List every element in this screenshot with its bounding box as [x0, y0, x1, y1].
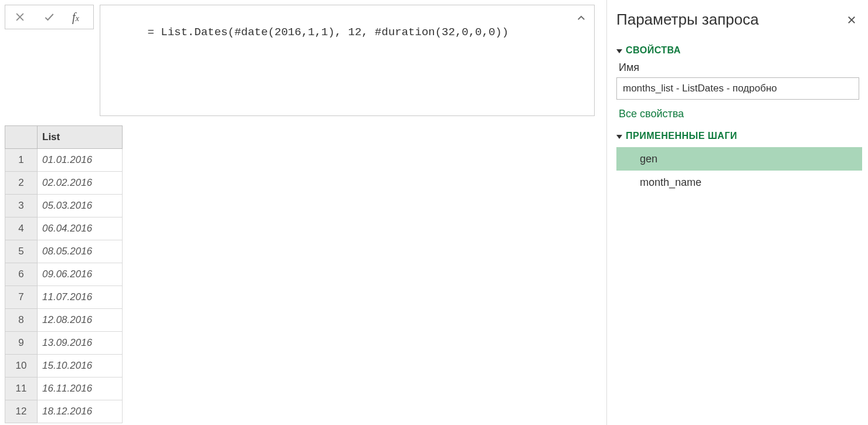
- cell-value[interactable]: 16.11.2016: [38, 378, 123, 400]
- row-number[interactable]: 2: [5, 172, 38, 195]
- formula-input[interactable]: = List.Dates(#date(2016,1,1), 12, #durat…: [100, 5, 595, 116]
- row-number[interactable]: 8: [5, 309, 38, 332]
- formula-row: fx = List.Dates(#date(2016,1,1), 12, #du…: [0, 0, 599, 116]
- cell-value[interactable]: 11.07.2016: [38, 286, 123, 309]
- collapse-formula-icon[interactable]: [573, 10, 589, 26]
- row-number[interactable]: 1: [5, 149, 38, 172]
- cell-value[interactable]: 15.10.2016: [38, 355, 123, 378]
- table-row[interactable]: 913.09.2016: [5, 332, 123, 355]
- applied-step-item[interactable]: month_name: [616, 171, 862, 194]
- table-row[interactable]: 812.08.2016: [5, 309, 123, 332]
- row-number[interactable]: 4: [5, 217, 38, 240]
- cancel-icon[interactable]: [5, 5, 35, 29]
- grid-corner[interactable]: [5, 126, 38, 149]
- cell-value[interactable]: 06.04.2016: [38, 217, 123, 240]
- steps-list: genmonth_name: [616, 147, 862, 194]
- accept-icon[interactable]: [35, 5, 64, 29]
- cell-value[interactable]: 08.05.2016: [38, 240, 123, 263]
- properties-section: СВОЙСТВА Имя Все свойства: [616, 45, 862, 120]
- row-number[interactable]: 7: [5, 286, 38, 309]
- table-row[interactable]: 1218.12.2016: [5, 400, 123, 423]
- applied-steps-section: ПРИМЕНЕННЫЕ ШАГИ genmonth_name: [616, 131, 862, 194]
- cell-value[interactable]: 02.02.2016: [38, 172, 123, 195]
- main-area: fx = List.Dates(#date(2016,1,1), 12, #du…: [0, 0, 599, 425]
- fx-icon[interactable]: fx: [64, 5, 93, 29]
- chevron-down-icon: [616, 49, 622, 53]
- formula-text: = List.Dates(#date(2016,1,1), 12, #durat…: [147, 26, 508, 39]
- data-grid: List 101.01.2016202.02.2016305.03.201640…: [5, 125, 123, 423]
- row-number[interactable]: 10: [5, 355, 38, 378]
- row-number[interactable]: 3: [5, 195, 38, 217]
- cell-value[interactable]: 18.12.2016: [38, 400, 123, 423]
- name-label: Имя: [619, 62, 862, 74]
- table-row[interactable]: 508.05.2016: [5, 240, 123, 263]
- panel-header: Параметры запроса: [616, 11, 862, 29]
- chevron-down-icon: [616, 135, 622, 139]
- column-header-list[interactable]: List: [38, 126, 123, 149]
- table-row[interactable]: 609.06.2016: [5, 263, 123, 286]
- properties-section-header[interactable]: СВОЙСТВА: [616, 45, 862, 56]
- row-number[interactable]: 9: [5, 332, 38, 355]
- cell-value[interactable]: 13.09.2016: [38, 332, 123, 355]
- cell-value[interactable]: 09.06.2016: [38, 263, 123, 286]
- cell-value[interactable]: 12.08.2016: [38, 309, 123, 332]
- panel-title: Параметры запроса: [616, 11, 759, 29]
- applied-steps-title: ПРИМЕНЕННЫЕ ШАГИ: [626, 131, 737, 141]
- cell-value[interactable]: 01.01.2016: [38, 149, 123, 172]
- close-icon[interactable]: [843, 12, 860, 28]
- table-row[interactable]: 202.02.2016: [5, 172, 123, 195]
- applied-steps-header[interactable]: ПРИМЕНЕННЫЕ ШАГИ: [616, 131, 862, 141]
- column-header-label: List: [42, 131, 60, 142]
- applied-step-item[interactable]: gen: [616, 147, 862, 171]
- formula-bar-controls: fx: [5, 5, 94, 29]
- row-number[interactable]: 12: [5, 400, 38, 423]
- table-row[interactable]: 1015.10.2016: [5, 355, 123, 378]
- properties-section-title: СВОЙСТВА: [626, 45, 681, 56]
- query-settings-panel: Параметры запроса СВОЙСТВА Имя Все свойс…: [606, 0, 868, 425]
- query-name-input[interactable]: [616, 77, 859, 100]
- table-row[interactable]: 1116.11.2016: [5, 378, 123, 400]
- table-row[interactable]: 305.03.2016: [5, 195, 123, 217]
- table-row[interactable]: 101.01.2016: [5, 149, 123, 172]
- table-row[interactable]: 711.07.2016: [5, 286, 123, 309]
- row-number[interactable]: 11: [5, 378, 38, 400]
- table-row[interactable]: 406.04.2016: [5, 217, 123, 240]
- cell-value[interactable]: 05.03.2016: [38, 195, 123, 217]
- row-number[interactable]: 5: [5, 240, 38, 263]
- all-properties-link[interactable]: Все свойства: [619, 108, 684, 120]
- row-number[interactable]: 6: [5, 263, 38, 286]
